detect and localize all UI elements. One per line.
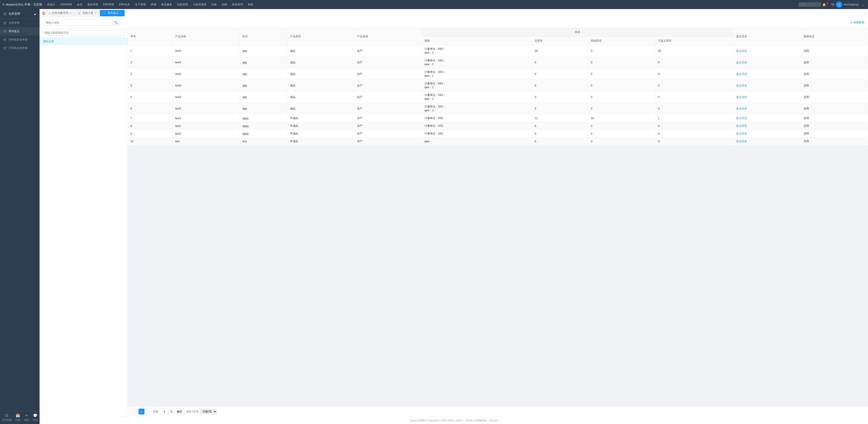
cell-init-stock: 0 [588, 45, 655, 57]
search-submit-button[interactable]: 🔍 [112, 20, 120, 25]
sidebar-header: 🛒 仓库管理 ▲ [0, 9, 39, 19]
nav-item-table-design[interactable]: 表设计 [45, 2, 57, 7]
refresh-button[interactable]: ↻ 刷新数据 [850, 21, 864, 24]
sidebar-cart-icon: 🛒 [3, 12, 7, 16]
page-1-button[interactable]: 1 [138, 408, 145, 415]
nav-item-production[interactable]: 生产管理 [133, 2, 148, 7]
page-number-input[interactable] [160, 408, 169, 415]
cell-count-history[interactable]: 盘点历史 [734, 114, 801, 122]
sidebar-item-pending-review[interactable]: 🛒 待审核其他单据 [0, 35, 39, 44]
sidebar-footer-notes[interactable]: ✏ 笔记 [24, 413, 29, 422]
sidebar-footer-files[interactable]: ☰ 文件管理 [2, 413, 12, 422]
cell-count-history[interactable]: 盘点历史 [734, 91, 801, 103]
nav-item-member[interactable]: 会员 [75, 2, 84, 7]
prev-page-button[interactable]: ‹ [131, 408, 137, 415]
nav-item-crm[interactable]: CRM管理 [58, 2, 73, 7]
cell-spec: 计量单位：16G；qwe：2 [422, 91, 532, 103]
cell-product-source: 自产 [354, 130, 422, 138]
cell-countable-stock: 1 [655, 114, 734, 122]
nav-item-salary[interactable]: 薪资管理 [230, 2, 245, 7]
tab-close-inventory[interactable]: ✕ [120, 12, 122, 14]
count-history-link[interactable]: 盘点历史 [736, 49, 747, 53]
nav-item-erp-warehouse[interactable]: ERP仓库 [117, 2, 132, 7]
nav-item-finance[interactable]: 财务 [246, 2, 255, 7]
cell-product-source: 自产 [354, 122, 422, 130]
table-row: 8 test1 qqqq 半成品 自产 计量单位：32G 0 0 0 盘点历史 … [128, 122, 868, 130]
user-name-label[interactable]: weizhiqiang( [844, 3, 859, 6]
count-history-link[interactable]: 盘点历史 [736, 73, 747, 76]
count-history-link[interactable]: 盘点历史 [736, 116, 747, 120]
sidebar-collapse-button[interactable]: ▲ [33, 12, 36, 16]
cell-count-history[interactable]: 盘点历史 [734, 103, 801, 114]
cell-count-history[interactable]: 盘点历史 [734, 122, 801, 130]
count-history-link[interactable]: 盘点历史 [736, 107, 747, 110]
sidebar-item-label: 仓库管理 [8, 21, 20, 25]
nav-item-miniprogram[interactable]: 小程序系统 [191, 2, 208, 7]
col-header-init-stock: 初始库存 [588, 37, 655, 45]
tab-inventory-count[interactable]: 🛒 库存盘点 ✕ [100, 10, 125, 16]
cell-count-history[interactable]: 盘点历史 [734, 138, 801, 145]
count-history-link[interactable]: 盘点历史 [736, 95, 747, 98]
cell-model: qqqq [240, 122, 287, 130]
tree-node-test-warehouse[interactable]: 测试仓库 [39, 38, 127, 45]
cell-model: qqq [240, 57, 287, 68]
cell-count-history[interactable]: 盘点历史 [734, 80, 801, 91]
nav-expand-button[interactable]: ⌄ [860, 2, 866, 7]
cell-model: qqq [240, 68, 287, 80]
cell-countable-stock: 0 [655, 122, 734, 130]
table-row: 10 test test 半成品 自产 qwe 0 0 0 盘点历史 启用 [128, 138, 868, 145]
files-icon: ☰ [5, 413, 8, 418]
tab-purchase-inbound[interactable]: 🛒 采购入库 ✕ [75, 10, 99, 16]
menu-toggle-icon[interactable]: ≡ [2, 2, 4, 6]
sidebar-item-approved[interactable]: 🛒 已审批其他单据 [0, 44, 39, 52]
count-history-link[interactable]: 盘点历史 [736, 132, 747, 135]
table-row: 6 test3 qqq 成品 自产 计量单位：32G；qwe：2 0 0 0 盘… [128, 103, 868, 114]
status-badge: 启用 [804, 116, 809, 120]
sidebar-footer-forum[interactable]: 💬 论坛 [33, 413, 38, 422]
status-badge: 启用 [804, 84, 809, 87]
sidebar-item-warehouse-management[interactable]: 🛒 仓库管理 [0, 19, 39, 27]
name-search-input[interactable] [43, 20, 112, 25]
pagination-confirm-button[interactable]: 确定 [174, 409, 185, 415]
notification-bell-icon[interactable]: 🔔 [822, 3, 826, 6]
page-size-select[interactable]: 15条/页 20条/页 30条/页 [200, 409, 217, 414]
tab-expand-button[interactable]: ⌄ [863, 11, 866, 15]
cell-countable-stock: 0 [655, 57, 734, 68]
nav-item-admin[interactable]: 行政 [210, 2, 219, 7]
next-page-button[interactable]: › [146, 408, 152, 415]
sidebar-footer-calendar[interactable]: 📅 日程 [16, 413, 20, 422]
home-breadcrumb-icon[interactable]: 🏠 [42, 11, 46, 15]
cell-spec-status: 启用 [801, 138, 868, 145]
tab-close-purchase[interactable]: ✕ [95, 12, 96, 14]
nav-item-erp[interactable]: ERP管理 [101, 2, 116, 7]
cell-model: qqq [240, 80, 287, 91]
table-row: 7 test1 qqqq 半成品 自产 计量单位：64G 11 10 1 盘点历… [128, 114, 868, 122]
cell-count-history[interactable]: 盘点历史 [734, 68, 801, 80]
nav-icon-camera[interactable]: 📷 [831, 3, 835, 6]
nav-item-flow[interactable]: 流程管理 [175, 2, 190, 7]
nav-item-recruit[interactable]: 招聘 [220, 2, 229, 7]
table-row: 1 test3 qqq 成品 自产 计量单位：64G；qwe：2 30 0 30… [128, 45, 868, 57]
cell-total-stock: 30 [532, 45, 588, 57]
sidebar-item-inventory-check[interactable]: 🛒 库存盘点 [0, 27, 39, 35]
tab-close-business[interactable]: ✕ [70, 12, 71, 14]
count-history-link[interactable]: 盘点历史 [736, 84, 747, 87]
cell-seq: 1 [128, 45, 173, 57]
nav-item-aftersale[interactable]: 售后服务 [159, 2, 174, 7]
cell-count-history[interactable]: 盘点历史 [734, 45, 801, 57]
tab-business-objects[interactable]: □ 业务对象管理 ✕ [46, 10, 74, 16]
count-history-link[interactable]: 盘点历史 [736, 124, 747, 128]
cell-product-source: 自产 [354, 114, 422, 122]
nav-item-mall[interactable]: 商城 [149, 2, 158, 7]
count-history-link[interactable]: 盘点历史 [736, 140, 747, 143]
tree-search-input[interactable] [42, 30, 125, 36]
global-search-input[interactable] [798, 2, 821, 7]
col-header-model: 型号 [240, 28, 287, 45]
user-avatar[interactable]: 卫 [836, 1, 842, 8]
cell-count-history[interactable]: 盘点历史 [734, 57, 801, 68]
count-history-link[interactable]: 盘点历史 [736, 61, 747, 64]
cell-count-history[interactable]: 盘点历史 [734, 130, 801, 138]
cell-spec: 计量单位：16G；qwe：1 [422, 57, 532, 68]
col-header-product-name: 产品名称 [173, 28, 240, 45]
nav-item-project[interactable]: 项目管理 [86, 2, 100, 7]
